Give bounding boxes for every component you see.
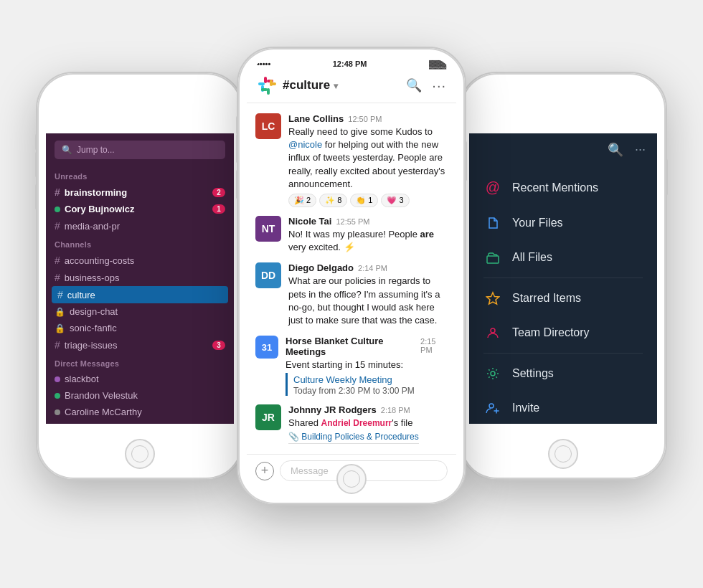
shared-suffix: 's file	[392, 417, 412, 428]
power-center	[465, 141, 467, 181]
reaction-clap[interactable]: 👏 1	[350, 194, 378, 207]
message-nicole: NT Nicole Tai 12:55 PM No! It was my ple…	[247, 212, 456, 258]
msg-time-horse: 2:15 PM	[420, 337, 448, 354]
svg-rect-2	[258, 82, 265, 85]
svg-rect-7	[270, 80, 273, 86]
avatar-diego: DD	[255, 262, 281, 288]
message-lane: LC Lane Collins 12:50 PM Really need to …	[247, 109, 456, 212]
menu-item-your-files[interactable]: Your Files	[469, 206, 657, 240]
chat-messages: LC Lane Collins 12:50 PM Really need to …	[247, 103, 456, 454]
chat-header-icons: 🔍 ···	[406, 77, 446, 94]
phone-center-screen-inner: ••••• 12:48 PM ▓▓▓ #culture	[247, 57, 456, 495]
reaction-party[interactable]: 🎉 2	[288, 194, 316, 207]
msg-header-nicole: Nicole Tai 12:55 PM	[288, 216, 448, 227]
reaction-heart[interactable]: 💗 3	[381, 194, 409, 207]
reaction-sparkles[interactable]: ✨ 8	[319, 194, 347, 207]
menu-item-invite[interactable]: Invite	[469, 391, 657, 424]
more-icon-chat[interactable]: ···	[432, 77, 446, 94]
channel-name-text: #culture	[283, 78, 330, 92]
sidebar-label-brandon: Brandon Velestuk	[65, 390, 138, 401]
sidebar-item-culture[interactable]: # culture	[52, 286, 228, 303]
home-button-right[interactable]	[548, 439, 578, 469]
status-bar: ••••• 12:48 PM ▓▓▓	[247, 57, 456, 68]
msg-content-horse: Horse Blanket Culture Meetings 2:15 PM E…	[286, 336, 448, 396]
all-files-icon	[483, 250, 502, 265]
sidebar-item-design[interactable]: 🔒 design-chat	[46, 303, 234, 320]
menu-item-team-directory[interactable]: Team Directory	[469, 316, 657, 350]
sidebar-item-business-ops[interactable]: # business-ops	[46, 269, 234, 286]
menu-item-settings[interactable]: Settings	[469, 356, 657, 391]
msg-text-lane: Really need to give some Kudos to @nicol…	[288, 125, 448, 191]
msg-header-horse: Horse Blanket Culture Meetings 2:15 PM	[286, 336, 448, 357]
home-button-center[interactable]	[336, 464, 367, 494]
menu-item-recent-mentions[interactable]: @ Recent Mentions	[469, 169, 657, 206]
event-time-desc: Today from 2:30 PM to 3:00 PM	[293, 386, 448, 396]
sidebar-item-sonic[interactable]: 🔒 sonic-fanfic	[46, 320, 234, 336]
msg-content-lane: Lane Collins 12:50 PM Really need to giv…	[288, 113, 448, 207]
search-icon-chat[interactable]: 🔍	[406, 77, 422, 93]
all-files-label: All Files	[512, 251, 552, 264]
team-directory-icon	[483, 326, 502, 340]
msg-text-horse: Event starting in 15 minutes:	[286, 359, 448, 371]
phone-right-inner: 🔍 ··· @ Recent Mentions Your Files	[469, 82, 657, 470]
dot-caroline	[55, 409, 60, 415]
unreads-label: Unreads	[46, 166, 234, 184]
phone-center: ••••• 12:48 PM ▓▓▓ #culture	[237, 47, 466, 506]
avatar-lane: LC	[255, 113, 281, 139]
reaction-count-heart: 3	[399, 196, 403, 204]
vol-down-center	[236, 170, 238, 199]
message-johnny: JR Johnny JR Rodgers 2:18 PM Shared Andr…	[247, 400, 456, 448]
event-title-link[interactable]: Culture Weekly Meeting	[293, 374, 392, 385]
sidebar-item-cory[interactable]: Cory Bujnowicz 1	[46, 201, 234, 217]
phone-left: 🔍 Jump to... Unreads # brainstorming 2 C…	[36, 72, 244, 480]
sidebar-item-brandon[interactable]: Brandon Velestuk	[46, 387, 234, 404]
home-button-left[interactable]	[125, 439, 155, 469]
msg-name-diego: Diego Delgado	[288, 262, 354, 273]
avatar-nicole: NT	[255, 216, 281, 242]
sidebar-label-triage: triage-issues	[65, 340, 118, 351]
power-right	[666, 159, 668, 195]
add-button[interactable]: +	[255, 462, 274, 480]
menu-items-list: @ Recent Mentions Your Files	[469, 163, 657, 424]
msg-header-diego: Diego Delgado 2:14 PM	[288, 262, 448, 273]
svg-point-10	[491, 328, 495, 333]
sidebar-label-cory: Cory Bujnowicz	[65, 204, 135, 214]
sidebar-label-caroline: Caroline McCarthy	[65, 407, 142, 417]
svg-rect-0	[264, 77, 267, 83]
sidebar-item-slackbot[interactable]: slackbot	[46, 371, 234, 387]
sidebar-item-brainstorming[interactable]: # brainstorming 2	[46, 184, 234, 201]
battery-display: ▓▓▓	[429, 60, 446, 68]
lock-design: 🔒	[55, 307, 65, 317]
msg-name-johnny: Johnny JR Rodgers	[288, 404, 377, 415]
menu-divider-2	[483, 353, 643, 354]
sidebar-item-media-pr[interactable]: # media-and-pr	[46, 217, 234, 234]
msg-name-lane: Lane Collins	[288, 113, 344, 124]
mention-nicole[interactable]: @nicole	[288, 139, 322, 150]
starred-items-label: Starred Items	[512, 292, 581, 305]
menu-item-starred[interactable]: Starred Items	[469, 281, 657, 316]
reaction-count-clap: 1	[368, 196, 372, 204]
msg-header-lane: Lane Collins 12:50 PM	[288, 113, 448, 124]
sidebar-label-media-pr: media-and-pr	[65, 221, 120, 232]
sidebar-item-accounting[interactable]: # accounting-costs	[46, 252, 234, 269]
sidebar-item-caroline[interactable]: Caroline McCarthy	[46, 404, 234, 420]
msg-file-name: 📎 Building Policies & Procedures	[288, 431, 419, 444]
avatar-johnny: JR	[255, 404, 281, 430]
team-directory-label: Team Directory	[512, 326, 590, 339]
menu-item-all-files[interactable]: All Files	[469, 240, 657, 275]
your-files-icon	[483, 216, 502, 230]
msg-content-nicole: Nicole Tai 12:55 PM No! It was my pleasu…	[288, 216, 448, 254]
avatar-horse: 31	[255, 336, 278, 359]
sidebar-search[interactable]: 🔍 Jump to...	[55, 141, 225, 159]
msg-text-diego: What are our policies in regards to pets…	[288, 275, 448, 327]
menu-more-icon[interactable]: ···	[635, 142, 646, 158]
settings-icon	[483, 366, 502, 381]
msg-name-horse: Horse Blanket Culture Meetings	[286, 336, 416, 357]
file-name-text: Building Policies & Procedures	[301, 432, 418, 442]
hash-business: #	[55, 272, 60, 283]
sidebar-item-triage[interactable]: # triage-issues 3	[46, 336, 234, 354]
dm-label: Direct Messages	[46, 354, 234, 371]
menu-search-icon[interactable]: 🔍	[608, 142, 623, 158]
dropdown-caret[interactable]: ▾	[334, 81, 338, 91]
search-icon-left: 🔍	[62, 145, 72, 155]
